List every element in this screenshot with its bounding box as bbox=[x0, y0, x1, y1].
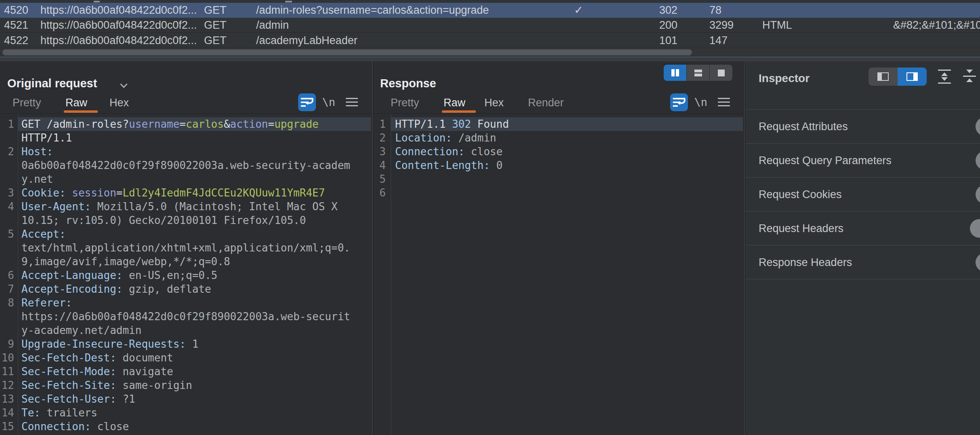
inspector-section-request-attributes[interactable]: Request Attributes bbox=[745, 109, 980, 143]
table-row[interactable]: 4521https://0a6b00af048422d0c0f2...GET/a… bbox=[0, 18, 980, 33]
code-text: Sec-Fetch-Dest: document bbox=[21, 351, 173, 365]
code-token: y.net bbox=[21, 173, 53, 185]
tab-pretty[interactable]: Pretty bbox=[13, 95, 41, 110]
line-number: 3 bbox=[373, 145, 386, 158]
code-token: Location: bbox=[395, 132, 452, 144]
tab-pretty[interactable]: Pretty bbox=[391, 95, 419, 110]
code-text: Te: trailers bbox=[21, 406, 97, 420]
inspector-section-label: Request Headers bbox=[759, 211, 843, 245]
splitter-strip[interactable] bbox=[0, 57, 980, 61]
table-cell-id: 4521 bbox=[4, 18, 28, 33]
columns-layout-icon[interactable] bbox=[664, 65, 686, 81]
table-cell-method: GET bbox=[204, 3, 227, 18]
table-cell-host: https://0a6b00af048422d0c0f2... bbox=[40, 18, 197, 33]
code-text: Location: /admin bbox=[395, 131, 496, 145]
code-token: 0 bbox=[490, 159, 503, 171]
table-cell-id: 4520 bbox=[4, 3, 28, 18]
code-token: Connection: bbox=[21, 420, 91, 433]
inspector-section-response-headers[interactable]: Response Headers bbox=[745, 245, 980, 279]
code-token: 1 bbox=[186, 338, 198, 350]
rows-layout-icon[interactable] bbox=[687, 65, 709, 81]
response-editor[interactable]: 1HTTP/1.1 302 Found2Location: /admin3Con… bbox=[373, 114, 744, 435]
collapse-all-icon[interactable] bbox=[962, 70, 977, 84]
code-line: 10.15; rv:105.0) Gecko/20100101 Firefox/… bbox=[0, 213, 372, 227]
code-token: Found bbox=[471, 118, 509, 130]
table-horizontal-scrollbar[interactable] bbox=[0, 48, 980, 57]
line-number: 11 bbox=[0, 365, 14, 378]
code-token: GET /admin-roles? bbox=[21, 118, 129, 130]
line-number: 10 bbox=[0, 351, 14, 365]
code-token: session bbox=[72, 187, 116, 199]
soft-wrap-icon[interactable] bbox=[670, 93, 688, 111]
code-line: y.net bbox=[0, 172, 372, 186]
request-panel-title[interactable]: Original request bbox=[7, 77, 97, 90]
code-token: Accept-Language: bbox=[21, 269, 122, 281]
code-token: 0a6b00af048422d0c0f29f890022003a.web-sec… bbox=[21, 159, 350, 171]
line-number: 5 bbox=[0, 227, 14, 241]
line-number: 1 bbox=[373, 117, 386, 131]
tab-raw[interactable]: Raw bbox=[444, 95, 465, 110]
expand-all-icon[interactable] bbox=[937, 70, 952, 84]
code-token: gzip, deflate bbox=[122, 283, 211, 295]
code-line: y-academy.net/admin bbox=[0, 323, 372, 337]
line-number: 13 bbox=[0, 392, 14, 406]
table-row[interactable]: 4522https://0a6b00af048422d0c0f2...GET/a… bbox=[0, 33, 980, 48]
tab-raw[interactable]: Raw bbox=[65, 95, 87, 110]
code-token: Accept: bbox=[21, 228, 66, 240]
chevron-down-icon[interactable] bbox=[121, 81, 128, 87]
section-count-badge bbox=[970, 219, 980, 238]
line-number: 7 bbox=[0, 282, 14, 296]
newline-icon[interactable]: \n bbox=[694, 93, 707, 111]
code-token: Sec-Fetch-User: bbox=[21, 393, 116, 405]
code-text: GET /admin-roles?username=carlos&action=… bbox=[21, 117, 319, 131]
code-text: text/html,application/xhtml+xml,applicat… bbox=[21, 241, 350, 255]
single-pane-icon[interactable] bbox=[710, 65, 732, 81]
hamburger-menu-icon[interactable] bbox=[346, 97, 358, 108]
code-line: 1HTTP/1.1 302 Found bbox=[373, 117, 744, 131]
inspector-section-request-cookies[interactable]: Request Cookies bbox=[745, 177, 980, 211]
scrollbar-thumb[interactable] bbox=[2, 49, 692, 55]
hamburger-menu-icon[interactable] bbox=[718, 97, 730, 108]
code-token: y-academy.net/admin bbox=[21, 324, 141, 336]
code-token: & bbox=[224, 118, 230, 130]
code-text: https://0a6b00af048422d0c0f29f890022003a… bbox=[21, 310, 350, 323]
inspector-section-label: Request Query Parameters bbox=[759, 144, 892, 177]
code-token: upgrade bbox=[274, 118, 319, 130]
code-line: 4User-Agent: Mozilla/5.0 (Macintosh; Int… bbox=[0, 200, 372, 213]
code-line: 9,image/avif,image/webp,*/*;q=0.8 bbox=[0, 255, 372, 268]
inspector-section-label: Request Cookies bbox=[759, 177, 842, 211]
soft-wrap-icon[interactable] bbox=[298, 93, 316, 111]
code-line: 1GET /admin-roles?username=carlos&action… bbox=[0, 117, 372, 131]
table-cell-status: 200 bbox=[659, 18, 677, 33]
active-tab-underline bbox=[64, 110, 98, 113]
code-text: Host: bbox=[21, 145, 53, 158]
code-line: HTTP/1.1 bbox=[0, 131, 372, 145]
section-count-badge bbox=[976, 253, 980, 272]
request-editor[interactable]: 1GET /admin-roles?username=carlos&action… bbox=[0, 114, 372, 435]
dock-left-icon[interactable] bbox=[869, 68, 898, 86]
code-token: https://0a6b00af048422d0c0f29f890022003a… bbox=[21, 310, 350, 323]
section-divider bbox=[745, 279, 980, 279]
dock-right-icon[interactable] bbox=[898, 68, 927, 86]
code-token: trailers bbox=[40, 407, 97, 419]
code-text: Connection: close bbox=[395, 145, 503, 158]
code-text: Sec-Fetch-Site: same-origin bbox=[21, 378, 192, 392]
code-line: https://0a6b00af048422d0c0f29f890022003a… bbox=[0, 310, 372, 323]
newline-icon[interactable]: \n bbox=[322, 93, 335, 111]
inspector-section-request-headers[interactable]: Request Headers bbox=[745, 211, 980, 245]
table-row[interactable]: 4520https://0a6b00af048422d0c0f2...GET/a… bbox=[0, 3, 980, 18]
original-request-panel: Original request Pretty Raw Hex \n 1GET … bbox=[0, 61, 372, 435]
tab-render[interactable]: Render bbox=[528, 95, 564, 110]
table-cell-mime: HTML bbox=[762, 18, 792, 33]
inspector-section-request-query-parameters[interactable]: Request Query Parameters bbox=[745, 143, 980, 177]
line-number: 6 bbox=[373, 186, 386, 200]
line-number: 8 bbox=[0, 296, 14, 310]
code-text: 10.15; rv:105.0) Gecko/20100101 Firefox/… bbox=[21, 213, 306, 227]
code-line: 6 bbox=[373, 186, 744, 200]
table-cell-status: 302 bbox=[659, 3, 677, 18]
tab-hex[interactable]: Hex bbox=[109, 95, 129, 110]
inspector-title-label: Inspector bbox=[759, 72, 810, 84]
table-cell-url: /admin bbox=[256, 18, 289, 33]
tab-hex[interactable]: Hex bbox=[484, 95, 504, 110]
code-token: = bbox=[179, 118, 186, 130]
